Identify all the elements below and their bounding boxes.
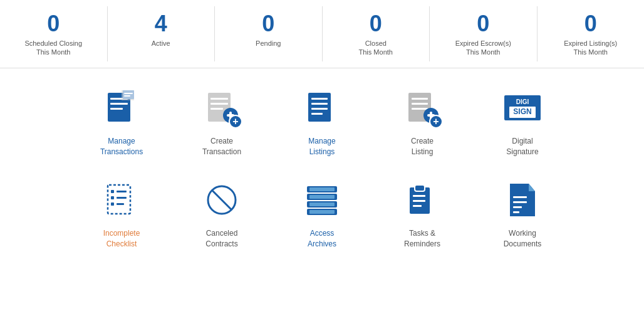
stat-label-expired-escrow: Expired Escrow(s)This Month	[433, 39, 534, 57]
icon-item-canceled-contracts[interactable]: CanceledContracts	[172, 167, 272, 256]
svg-rect-41	[309, 195, 335, 199]
svg-rect-19	[311, 113, 323, 115]
svg-rect-48	[413, 205, 422, 207]
svg-rect-30	[111, 196, 114, 199]
icon-label-manage-transactions: ManageTransactions	[100, 136, 143, 157]
svg-rect-18	[311, 108, 328, 110]
stat-number-scheduled-closing: 0	[3, 11, 104, 36]
svg-rect-49	[513, 196, 527, 198]
icon-label-canceled-contracts: CanceledContracts	[205, 228, 237, 250]
svg-rect-52	[513, 211, 519, 213]
svg-rect-45	[415, 185, 425, 191]
stat-number-active: 4	[111, 11, 212, 36]
icon-visual-tasks-reminders	[400, 178, 444, 222]
stat-label-active: Active	[111, 39, 212, 48]
icons-row-1: ManageTransactions +CreateTransaction Ma…	[13, 75, 631, 164]
digi-sign-badge: DIGISIGN	[504, 95, 540, 120]
icon-item-access-archives[interactable]: AccessArchives	[272, 167, 372, 256]
icon-label-working-documents: WorkingDocuments	[504, 228, 542, 250]
icon-item-digital-signature[interactable]: DIGISIGNDigitalSignature	[472, 75, 573, 164]
stat-active[interactable]: 4Active	[108, 6, 216, 61]
svg-rect-29	[117, 191, 127, 192]
svg-rect-47	[413, 200, 425, 202]
icon-label-create-listing: CreateListing	[411, 136, 434, 157]
icon-label-create-transaction: CreateTransaction	[202, 136, 241, 157]
icon-visual-create-transaction: +	[200, 86, 244, 130]
svg-rect-2	[110, 103, 128, 105]
stat-number-expired-escrow: 0	[433, 11, 534, 36]
icon-item-create-listing[interactable]: +CreateListing	[372, 75, 472, 164]
svg-rect-51	[513, 206, 522, 208]
icon-visual-manage-transactions	[100, 86, 143, 130]
svg-rect-6	[124, 93, 133, 94]
icon-label-manage-listings: ManageListings	[308, 136, 335, 157]
svg-rect-32	[111, 202, 114, 206]
stats-bar: 0Scheduled ClosingThis Month4Active0Pend…	[0, 0, 644, 68]
icon-label-access-archives: AccessArchives	[308, 228, 336, 250]
icon-visual-manage-listings	[300, 86, 344, 130]
icon-label-digital-signature: DigitalSignature	[506, 136, 538, 157]
icon-item-incomplete-checklist[interactable]: IncompleteChecklist	[71, 167, 172, 256]
svg-rect-21	[412, 98, 428, 100]
icon-visual-working-documents	[501, 178, 544, 222]
svg-rect-10	[210, 103, 228, 105]
icon-item-tasks-reminders[interactable]: Tasks &Reminders	[372, 167, 472, 256]
svg-rect-22	[412, 103, 428, 105]
stat-label-pending: Pending	[218, 39, 319, 48]
icons-section: ManageTransactions +CreateTransaction Ma…	[0, 68, 644, 265]
stat-label-scheduled-closing: Scheduled ClosingThis Month	[3, 39, 104, 57]
icon-visual-canceled-contracts	[200, 178, 244, 222]
stat-label-closed-this-month: ClosedThis Month	[326, 39, 427, 57]
svg-rect-31	[117, 197, 127, 199]
svg-rect-7	[124, 95, 130, 97]
svg-rect-33	[117, 203, 124, 205]
svg-rect-23	[412, 108, 428, 110]
svg-rect-17	[311, 103, 328, 105]
icon-label-tasks-reminders: Tasks &Reminders	[404, 228, 440, 250]
icon-item-manage-listings[interactable]: ManageListings	[272, 75, 372, 164]
icon-label-incomplete-checklist: IncompleteChecklist	[103, 228, 140, 250]
svg-rect-40	[309, 187, 335, 191]
stat-label-expired-listing: Expired Listing(s)This Month	[541, 39, 641, 57]
icon-visual-incomplete-checklist	[100, 178, 143, 222]
svg-rect-5	[123, 90, 134, 99]
icons-row-2: IncompleteChecklist CanceledContracts Ac…	[13, 167, 631, 256]
icon-visual-create-listing: +	[400, 86, 444, 130]
stat-number-expired-listing: 0	[541, 11, 641, 36]
stat-expired-listing[interactable]: 0Expired Listing(s)This Month	[538, 6, 645, 61]
svg-rect-28	[111, 190, 114, 193]
svg-rect-46	[413, 195, 425, 197]
svg-rect-11	[210, 108, 223, 110]
svg-rect-9	[210, 98, 228, 100]
stat-pending[interactable]: 0Pending	[215, 6, 323, 61]
stat-expired-escrow[interactable]: 0Expired Escrow(s)This Month	[430, 6, 538, 61]
stat-closed-this-month[interactable]: 0ClosedThis Month	[323, 6, 430, 61]
svg-rect-27	[108, 185, 130, 214]
icon-item-create-transaction[interactable]: +CreateTransaction	[172, 75, 272, 164]
icon-item-manage-transactions[interactable]: ManageTransactions	[71, 75, 172, 164]
svg-line-35	[212, 190, 232, 210]
icon-visual-digital-signature: DIGISIGN	[501, 86, 544, 130]
stat-number-pending: 0	[218, 11, 319, 36]
svg-rect-15	[308, 93, 331, 122]
svg-rect-43	[309, 210, 335, 214]
svg-rect-42	[309, 202, 335, 206]
stat-scheduled-closing[interactable]: 0Scheduled ClosingThis Month	[0, 6, 108, 61]
icon-item-working-documents[interactable]: WorkingDocuments	[472, 167, 573, 256]
svg-rect-50	[513, 201, 527, 203]
svg-rect-16	[311, 98, 328, 100]
stat-number-closed-this-month: 0	[326, 11, 427, 36]
icon-visual-access-archives	[300, 178, 344, 222]
svg-rect-3	[110, 108, 123, 110]
